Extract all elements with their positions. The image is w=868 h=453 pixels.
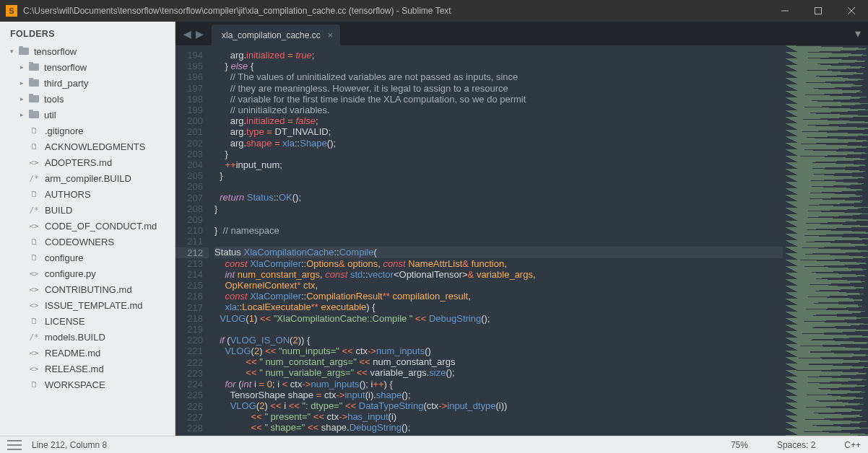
file-icon: <>	[29, 158, 39, 167]
file-item[interactable]: <>ISSUE_TEMPLATE.md	[0, 297, 175, 313]
file-item[interactable]: /*models.BUILD	[0, 329, 175, 345]
folder-item[interactable]: ▸third_party	[0, 75, 175, 91]
file-item[interactable]: <>CONTRIBUTING.md	[0, 281, 175, 297]
folder-item[interactable]: ▸tools	[0, 91, 175, 107]
file-item[interactable]: 🗋AUTHORS	[0, 186, 175, 202]
file-item[interactable]: 🗋.gitignore	[0, 123, 175, 138]
tree-label: models.BUILD	[45, 332, 105, 343]
maximize-button[interactable]	[802, 0, 835, 22]
file-icon: <>	[29, 348, 39, 358]
disclosure-icon: ▾	[10, 48, 19, 55]
file-item[interactable]: <>CODE_OF_CONDUCT.md	[0, 218, 175, 234]
tree-label: CODEOWNERS	[45, 237, 114, 247]
folder-tree[interactable]: ▾tensorflow▸tensorflow▸third_party▸tools…	[0, 43, 175, 436]
file-icon: <>	[29, 269, 39, 278]
folder-icon	[29, 111, 39, 118]
close-button[interactable]	[835, 0, 868, 22]
tree-label: configure	[45, 252, 83, 263]
file-icon: 🗋	[29, 253, 39, 263]
tree-label: arm_compiler.BUILD	[45, 173, 131, 184]
file-item[interactable]: /*BUILD	[0, 202, 175, 218]
sidebar: FOLDERS ▾tensorflow▸tensorflow▸third_par…	[0, 22, 175, 436]
file-item[interactable]: <>configure.py	[0, 265, 175, 281]
tree-label: RELEASE.md	[45, 364, 104, 374]
tree-label: tensorflow	[44, 62, 87, 73]
folder-item[interactable]: ▸tensorflow	[0, 59, 175, 75]
tree-label: configure.py	[45, 268, 96, 279]
tree-label: util	[44, 110, 56, 120]
file-item[interactable]: 🗋LICENSE	[0, 313, 175, 329]
folder-icon	[19, 48, 29, 55]
tree-label: tools	[44, 94, 64, 105]
file-icon: 🗋	[29, 237, 39, 247]
file-icon: <>	[29, 364, 39, 374]
window-title: C:\Users\will\Documents\tensorflow\tenso…	[23, 6, 768, 16]
tree-label: AUTHORS	[45, 189, 91, 200]
tree-label: LICENSE	[45, 316, 85, 327]
folder-icon	[29, 63, 39, 71]
nav-forward-icon[interactable]: ▶	[194, 28, 206, 40]
file-item[interactable]: 🗋configure	[0, 250, 175, 265]
file-item[interactable]: <>RELEASE.md	[0, 361, 175, 377]
line-gutter[interactable]: 1941951961971981992002012022032042052062…	[175, 45, 209, 436]
titlebar[interactable]: S C:\Users\will\Documents\tensorflow\ten…	[0, 0, 868, 22]
sidebar-header: FOLDERS	[0, 22, 175, 43]
tree-label: CONTRIBUTING.md	[45, 284, 132, 295]
minimize-button[interactable]	[768, 0, 802, 22]
tree-label: WORKSPACE	[45, 379, 105, 390]
tab-close-icon[interactable]: ×	[328, 30, 334, 40]
folder-item[interactable]: ▾tensorflow	[0, 43, 175, 59]
file-icon: <>	[29, 221, 39, 231]
file-icon: 🗋	[29, 190, 39, 199]
disclosure-icon: ▸	[20, 79, 29, 87]
file-tab[interactable]: xla_compilation_cache.cc ×	[212, 25, 340, 45]
console-toggle-icon[interactable]	[7, 440, 22, 450]
tab-label: xla_compilation_cache.cc	[222, 30, 321, 40]
tree-label: .gitignore	[45, 126, 83, 136]
file-icon: 🗋	[29, 126, 39, 136]
tree-label: CODE_OF_CONDUCT.md	[45, 221, 157, 232]
status-indent[interactable]: Spaces: 2	[777, 440, 815, 450]
file-item[interactable]: <>README.md	[0, 345, 175, 361]
file-icon: /*	[29, 333, 39, 342]
statusbar: Line 212, Column 8 75% Spaces: 2 C++	[0, 436, 868, 453]
folder-icon	[29, 95, 39, 102]
tab-bar: ◀ ▶ xla_compilation_cache.cc × ▾	[175, 22, 868, 45]
tab-menu-icon[interactable]: ▾	[848, 22, 868, 45]
file-icon: 🗋	[29, 142, 39, 151]
app-icon: S	[6, 5, 17, 17]
file-icon: /*	[29, 206, 39, 215]
status-syntax[interactable]: C++	[844, 440, 861, 450]
tree-label: BUILD	[45, 205, 72, 216]
status-position[interactable]: Line 212, Column 8	[32, 440, 107, 450]
file-item[interactable]: 🗋ACKNOWLEDGMENTS	[0, 138, 175, 154]
file-icon: <>	[29, 285, 39, 294]
file-item[interactable]: 🗋CODEOWNERS	[0, 234, 175, 250]
file-icon: 🗋	[29, 380, 39, 390]
tree-label: ISSUE_TEMPLATE.md	[45, 300, 143, 311]
disclosure-icon: ▸	[20, 63, 29, 71]
file-item[interactable]: 🗋WORKSPACE	[0, 377, 175, 392]
minimap[interactable]	[783, 45, 868, 436]
disclosure-icon: ▸	[20, 95, 29, 102]
folder-icon	[29, 79, 39, 87]
tree-label: README.md	[45, 348, 100, 359]
file-item[interactable]: <>ADOPTERS.md	[0, 154, 175, 170]
code-editor[interactable]: arg.initialized = true; } else { // The …	[209, 45, 783, 436]
disclosure-icon: ▸	[20, 111, 29, 118]
tree-label: ADOPTERS.md	[45, 157, 112, 168]
file-icon: 🗋	[29, 317, 39, 326]
file-icon: /*	[29, 174, 39, 183]
status-zoom[interactable]: 75%	[731, 440, 748, 450]
tree-label: ACKNOWLEDGMENTS	[45, 141, 145, 152]
nav-back-icon[interactable]: ◀	[181, 28, 194, 40]
svg-rect-1	[815, 8, 822, 14]
file-icon: <>	[29, 301, 39, 310]
file-item[interactable]: /*arm_compiler.BUILD	[0, 170, 175, 186]
folder-item[interactable]: ▸util	[0, 107, 175, 123]
tree-label: third_party	[44, 78, 88, 89]
tree-label: tensorflow	[34, 46, 77, 57]
